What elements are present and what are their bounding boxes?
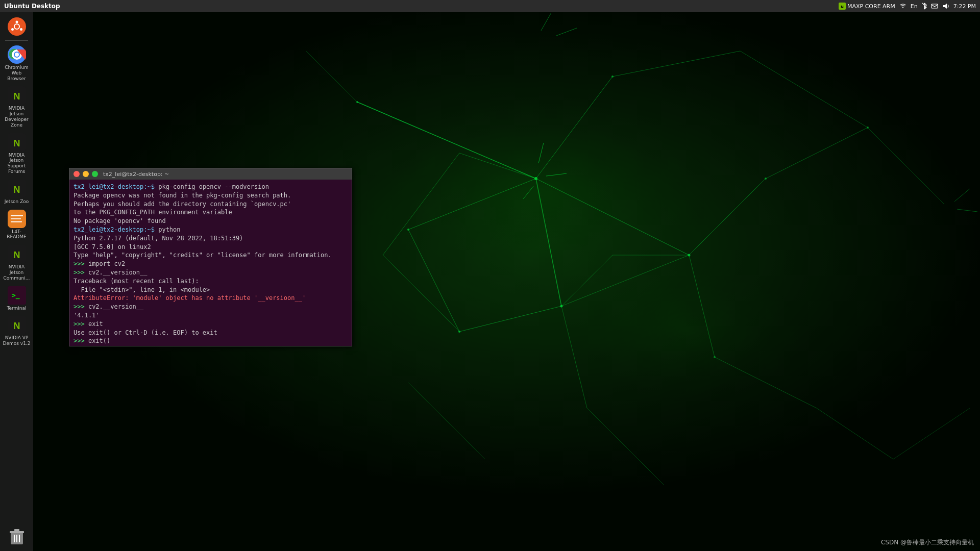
terminal-line-2: Package opencv was not found in the pkg-… [74, 191, 348, 200]
jetson-zoo-icon: N [8, 180, 26, 198]
sidebar-item-jetson-zoo[interactable]: N Jetson Zoo [2, 178, 32, 207]
svg-text:N: N [13, 138, 20, 148]
terminal-line-5: No package 'opencv' found [74, 217, 348, 226]
volume-icon [942, 3, 949, 9]
sidebar-item-vp-demos[interactable]: N NVIDIA VP Demos v1.2 [2, 314, 32, 348]
sidebar-item-label-terminal: Terminal [7, 306, 26, 311]
terminal-titlebar: tx2_lei@tx2-desktop: ~ [69, 168, 352, 180]
watermark: CSDN @鲁棒最小二乘支持向量机 [881, 538, 974, 547]
terminal-line-8: [GCC 7.5.0] on linux2 [74, 243, 348, 252]
volume-tray[interactable] [942, 3, 949, 9]
terminal-title-text: tx2_lei@tx2-desktop: ~ [103, 171, 169, 178]
svg-point-54 [11, 28, 14, 31]
terminal-line-15: >>> cv2.__version__ [74, 303, 348, 311]
terminal-line-19: >>> exit() [74, 337, 348, 345]
terminal-icon: >_ [8, 286, 26, 305]
chromium-icon [8, 45, 26, 64]
nvidia-tray: N MAXP CORE ARM [839, 3, 895, 10]
desktop-area: tx2_lei@tx2-desktop: ~ tx2_lei@tx2-deskt… [33, 12, 980, 551]
desktop-title: Ubuntu Desktop [4, 3, 60, 10]
terminal-line-4: to the PKG_CONFIG_PATH environment varia… [74, 208, 348, 217]
watermark-text: CSDN @鲁棒最小二乘支持向量机 [881, 539, 974, 546]
terminal-content[interactable]: tx2_lei@tx2-desktop:~$ pkg-config opencv… [69, 180, 352, 346]
sidebar-item-trash[interactable] [2, 525, 32, 548]
svg-rect-76 [10, 531, 24, 533]
terminal-line-12: Traceback (most recent call last): [74, 277, 348, 286]
terminal-line-6: tx2_lei@tx2-desktop:~$ python [74, 226, 348, 234]
bluetooth-tray[interactable] [922, 3, 927, 10]
sidebar-item-label-vp-demos: NVIDIA VP Demos v1.2 [3, 335, 31, 346]
top-panel-left: Ubuntu Desktop [4, 3, 60, 10]
dock-separator [5, 40, 28, 41]
svg-point-52 [15, 21, 18, 23]
terminal-line-13: File "<stdin>", line 1, in <module> [74, 286, 348, 294]
lang-tray[interactable]: En [911, 3, 918, 10]
sidebar-item-ubuntu-home[interactable] [2, 15, 32, 38]
svg-text:N: N [13, 185, 20, 195]
svg-rect-49 [932, 4, 938, 8]
window-minimize-button[interactable] [83, 171, 89, 177]
sidebar-item-label-chromium: Chromium Web Browser [3, 65, 31, 81]
svg-text:N: N [13, 91, 20, 102]
sidebar-item-label-nvidia-dev: NVIDIA Jetson Developer Zone [3, 106, 31, 128]
sidebar-item-nvidia-support[interactable]: N NVIDIA Jetson Support Forums [2, 131, 32, 177]
wifi-tray[interactable] [899, 3, 906, 9]
svg-text:N: N [841, 5, 844, 9]
terminal-line-1: tx2_lei@tx2-desktop:~$ pkg-config opencv… [74, 183, 348, 191]
l4t-icon [8, 210, 26, 228]
nvidia-comms-icon: N [8, 245, 26, 263]
mail-icon [931, 4, 938, 9]
nvidia-support-icon: N [8, 133, 26, 152]
top-panel: Ubuntu Desktop N MAXP CORE ARM En 7:22 P… [0, 0, 980, 12]
svg-point-58 [15, 53, 19, 57]
svg-text:N: N [13, 250, 20, 260]
terminal-line-9: Type "help", "copyright", "credits" or "… [74, 251, 348, 260]
nvidia-tray-label: MAXP CORE ARM [847, 3, 895, 10]
terminal-line-16: '4.1.1' [74, 311, 348, 320]
sidebar-item-terminal[interactable]: >_ Terminal [2, 284, 32, 313]
terminal-line-3: Perhaps you should add the directory con… [74, 200, 348, 209]
terminal-line-17: >>> exit [74, 320, 348, 329]
ubuntu-logo-icon [8, 17, 26, 36]
svg-rect-68 [11, 221, 22, 222]
nvidia-icon: N [839, 3, 846, 10]
trash-icon [8, 528, 26, 546]
sidebar-item-l4t[interactable]: L4T-README [2, 208, 32, 242]
terminal-line-18: Use exit() or Ctrl-D (i.e. EOF) to exit [74, 329, 348, 337]
terminal-line-14: AttributeError: 'module' object has no a… [74, 294, 348, 303]
svg-rect-77 [14, 529, 19, 531]
svg-point-53 [20, 28, 22, 31]
terminal-line-7: Python 2.7.17 (default, Nov 28 2022, 18:… [74, 234, 348, 243]
top-panel-right: N MAXP CORE ARM En 7:22 PM [839, 3, 976, 10]
desktop: Ubuntu Desktop N MAXP CORE ARM En 7:22 P… [0, 0, 980, 551]
nvidia-dev-icon: N [8, 86, 26, 105]
sidebar-item-nvidia-dev[interactable]: N NVIDIA Jetson Developer Zone [2, 84, 32, 130]
window-close-button[interactable] [74, 171, 80, 177]
sidebar-item-label-nvidia-comms: NVIDIA Jetson Communi... [3, 264, 31, 281]
svg-rect-66 [11, 215, 23, 216]
sidebar-item-nvidia-comms[interactable]: N NVIDIA Jetson Communi... [2, 243, 32, 283]
sidebar-item-label-l4t: L4T-README [3, 229, 31, 240]
mail-tray[interactable] [931, 4, 938, 9]
sidebar-item-label-jetson-zoo: Jetson Zoo [5, 199, 29, 205]
terminal-line-20: tx2_lei@tx2-desktop:~$ [74, 345, 348, 346]
sidebar-item-label-nvidia-support: NVIDIA Jetson Support Forums [3, 153, 31, 174]
time-tray: 7:22 PM [953, 3, 976, 10]
svg-text:N: N [13, 321, 20, 331]
terminal-window[interactable]: tx2_lei@tx2-desktop: ~ tx2_lei@tx2-deskt… [69, 168, 352, 346]
terminal-line-10: >>> import cv2 [74, 260, 348, 268]
terminal-line-11: >>> cv2.__versioon__ [74, 268, 348, 277]
vp-demos-icon: N [8, 316, 26, 334]
window-maximize-button[interactable] [92, 171, 98, 177]
wifi-icon [899, 3, 906, 9]
svg-rect-67 [11, 218, 21, 219]
sidebar: Chromium Web Browser N NVIDIA Jetson Dev… [0, 12, 33, 551]
bluetooth-icon [922, 3, 927, 10]
svg-text:>_: >_ [12, 291, 20, 299]
sidebar-item-chromium[interactable]: Chromium Web Browser [2, 43, 32, 83]
